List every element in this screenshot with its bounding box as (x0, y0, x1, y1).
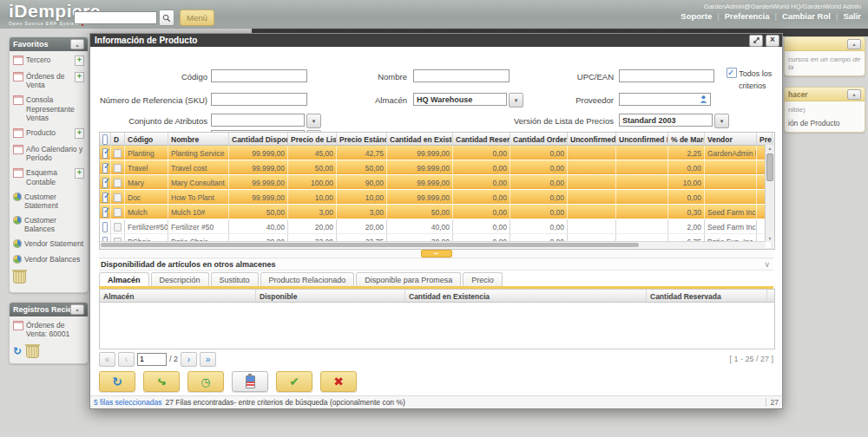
column-header[interactable]: D (111, 133, 125, 145)
row-checkbox[interactable] (102, 207, 108, 218)
column-header[interactable] (100, 133, 111, 145)
page-number-input[interactable] (137, 353, 167, 366)
sidebar-item[interactable]: Consola Representante Ventas (13, 95, 84, 122)
tab-almacén[interactable]: Almacén (99, 272, 149, 286)
add-favorite-icon[interactable]: + (75, 55, 84, 66)
chevron-down-icon[interactable]: ▾ (306, 114, 321, 128)
context-panel-line2[interactable]: ión de Producto (788, 119, 861, 127)
zoom-button[interactable]: ↪ (143, 371, 180, 392)
chevron-down-icon[interactable]: ▾ (714, 114, 729, 128)
chevron-down-icon[interactable]: ∨ (764, 260, 773, 269)
first-page-button[interactable]: « (99, 352, 115, 367)
sidebar-item[interactable]: Órdenes de Venta+ (13, 72, 84, 89)
history-button[interactable]: ◷ (187, 371, 224, 392)
sidebar-item[interactable]: Producto+ (13, 128, 84, 139)
column-header[interactable]: % de Margen (668, 133, 705, 145)
splitter[interactable]: ••• (99, 250, 773, 257)
add-favorite-icon[interactable]: + (75, 128, 84, 139)
vendor-input[interactable] (619, 93, 711, 106)
collapse-icon[interactable]: ▴ (70, 39, 84, 49)
recent-item[interactable]: Órdenes de Venta: 60001 (13, 321, 84, 338)
scrollbar-thumb[interactable] (766, 153, 773, 181)
add-favorite-icon[interactable]: + (75, 168, 84, 179)
horizontal-scrollbar[interactable] (100, 241, 766, 249)
atp-button[interactable] (232, 371, 268, 392)
row-checkbox[interactable] (102, 222, 108, 232)
sidebar-item[interactable]: Año Calendario y Período (13, 145, 84, 162)
collapse-icon[interactable]: ▴ (70, 304, 84, 315)
table-row[interactable]: MulchMulch 10#50,003,003,0050,000,000,00… (100, 205, 774, 219)
row-select-cell[interactable] (100, 219, 111, 233)
codigo-input[interactable] (211, 69, 307, 82)
table-row[interactable]: PlantingPlanting Service99.999,0045,0042… (100, 146, 774, 160)
column-header[interactable]: Precio de Lista (288, 133, 337, 145)
top-link-soporte[interactable]: Soporte (681, 11, 712, 21)
sidebar-item[interactable]: Esquema Contable+ (13, 168, 84, 186)
row-select-cell[interactable] (100, 190, 111, 204)
row-select-cell[interactable] (100, 160, 111, 174)
tab-precio[interactable]: Precio (463, 272, 503, 286)
refresh-icon[interactable]: ↻ (13, 346, 22, 356)
table-row[interactable]: MaryMary Consultant99.999,00100,0090,009… (100, 175, 774, 190)
column-header[interactable]: Precio Estándar (337, 133, 387, 145)
vertical-scrollbar[interactable]: ▲ ▼ (765, 145, 774, 242)
tab-producto-relacionado[interactable]: Producto Relacionado (260, 272, 355, 286)
top-link-cambiar-rol[interactable]: Cambiar Rol (782, 11, 831, 21)
global-search-input[interactable] (74, 11, 157, 24)
trash-icon[interactable] (13, 271, 26, 284)
tab-descripción[interactable]: Descripción (151, 272, 209, 286)
collapse-icon[interactable]: ▴ (847, 39, 861, 49)
collapse-icon[interactable]: ▴ (847, 89, 861, 100)
maximize-button[interactable] (749, 35, 763, 47)
row-checkbox[interactable] (102, 178, 108, 188)
column-header[interactable]: Cantidad en Existencia (387, 133, 453, 145)
table-row[interactable]: Fertilizer#50Fertilizer #5040,0020,0020,… (100, 219, 774, 234)
top-link-preferencia[interactable]: Preferencia (725, 11, 770, 21)
column-header[interactable]: Código (125, 133, 168, 145)
sidebar-item[interactable]: Vendor Statement (13, 239, 84, 248)
sku-input[interactable] (211, 93, 307, 106)
row-select-cell[interactable] (100, 205, 111, 218)
column-header[interactable]: Nombre (168, 133, 229, 145)
row-checkbox[interactable] (102, 163, 108, 173)
last-page-button[interactable]: » (200, 352, 216, 367)
table-row[interactable]: DocHow To Plant99.999,0010,0010,0099.999… (100, 190, 774, 205)
sidebar-item[interactable]: Vendor Balances (13, 255, 84, 264)
splitter-grip-icon[interactable]: ••• (421, 250, 452, 258)
column-header[interactable]: Vendor (705, 133, 757, 145)
ok-button[interactable]: ✔ (276, 371, 312, 392)
search-button[interactable] (159, 10, 174, 26)
row-select-cell[interactable] (100, 175, 111, 189)
column-header[interactable]: Cantidad Reservada (453, 133, 510, 145)
availability-section-header[interactable]: Disponibilidad de artículos en otros alm… (99, 258, 773, 271)
column-header[interactable]: Unconfirmed Move (616, 133, 668, 145)
scrollbar-thumb[interactable] (101, 243, 639, 247)
trash-icon[interactable] (26, 346, 39, 358)
column-header[interactable]: Cantidad Ordenada (510, 133, 568, 145)
selected-rows-link[interactable]: 5 filas seleccionadas (94, 398, 161, 407)
column-header[interactable]: Preci (757, 133, 773, 145)
refresh-button[interactable]: ↻ (99, 371, 135, 392)
table-row[interactable]: TravelTravel cost99.999,0050,0050,0099.9… (100, 160, 774, 175)
pricelist-combo[interactable]: Standard 2003 ▾ (619, 114, 729, 128)
prev-page-button[interactable]: ‹ (118, 352, 135, 367)
scroll-up-icon[interactable]: ▲ (766, 145, 774, 152)
add-favorite-icon[interactable]: + (75, 72, 84, 82)
tab-disponible-para-promesa[interactable]: Disponible para Promesa (356, 272, 461, 286)
column-header[interactable]: Cantidad Disponible (229, 133, 288, 145)
menu-button[interactable]: Menú (180, 10, 214, 26)
upc-input[interactable] (619, 69, 714, 82)
scroll-down-icon[interactable]: ▼ (766, 235, 774, 242)
row-checkbox[interactable] (102, 192, 108, 203)
next-page-button[interactable]: › (181, 352, 197, 367)
all-criteria-checkbox[interactable] (727, 68, 737, 78)
cancel-button[interactable]: ✖ (320, 371, 357, 392)
row-checkbox[interactable] (102, 148, 108, 159)
select-all-checkbox[interactable] (102, 134, 108, 145)
top-link-salir[interactable]: Salir (843, 11, 861, 21)
sidebar-item[interactable]: Customer Statement (13, 192, 84, 210)
close-button[interactable]: × (766, 35, 779, 47)
attribute-set-combo[interactable]: ▾ (211, 114, 321, 128)
column-header[interactable]: Unconfirmed Qty (568, 133, 616, 145)
row-select-cell[interactable] (100, 146, 111, 160)
